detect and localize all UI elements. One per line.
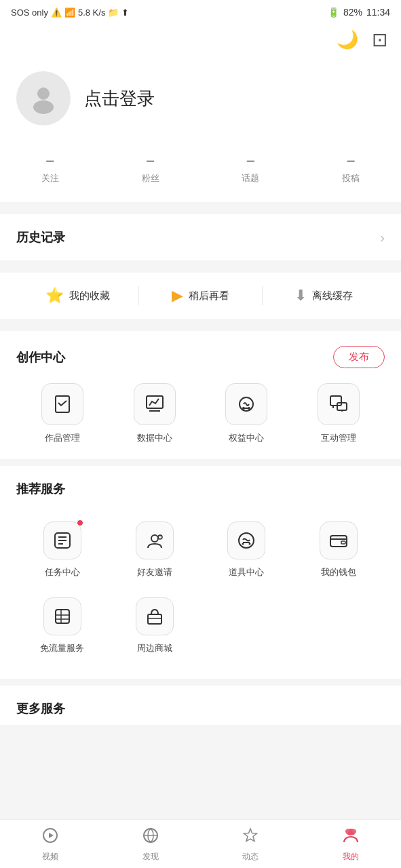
merch-icon-wrap — [136, 597, 174, 635]
invite-icon — [136, 521, 174, 559]
svg-point-1 — [33, 100, 54, 114]
works-icon — [41, 383, 83, 425]
benefits-icon — [225, 383, 267, 425]
stat-topic-value: – — [247, 153, 254, 168]
time-text: 11:34 — [366, 7, 390, 18]
battery-icon: 🔋 — [328, 7, 339, 18]
quick-links: ⭐ 我的收藏 ▶ 稍后再看 ⬇ 离线缓存 — [0, 273, 401, 324]
avatar[interactable] — [16, 71, 71, 125]
data-label: 数据中心 — [137, 432, 172, 444]
task-label: 任务中心 — [45, 566, 80, 578]
interact-icon — [318, 383, 360, 425]
creator-benefits[interactable]: 权益中心 — [225, 383, 267, 444]
stat-post[interactable]: – 投稿 — [342, 153, 360, 184]
publish-button[interactable]: 发布 — [333, 346, 385, 368]
status-right: 🔋 82% 11:34 — [328, 7, 390, 18]
status-left: SOS only ⚠️ 📶 5.8 K/s 📁 ⬆ — [11, 7, 129, 18]
svg-point-11 — [341, 410, 343, 412]
creator-title: 创作中心 — [16, 349, 65, 366]
speed-text: 5.8 K/s — [78, 7, 105, 18]
service-merch[interactable]: 周边商城 — [109, 588, 201, 664]
creator-header: 创作中心 发布 — [16, 346, 385, 368]
creator-works[interactable]: 作品管理 — [41, 383, 83, 444]
services-grid: 任务中心 好友邀请 — [16, 512, 385, 664]
props-icon-wrap — [227, 521, 265, 559]
stat-post-label: 投稿 — [342, 172, 360, 184]
service-props[interactable]: 道具中心 — [201, 512, 293, 588]
nav-mine[interactable]: 我的 — [301, 827, 401, 863]
merch-icon — [136, 597, 174, 635]
nav-activity-icon — [242, 827, 259, 848]
upload-icon: ⬆ — [121, 7, 129, 18]
nav-activity[interactable]: 动态 — [201, 827, 301, 863]
service-freeflow[interactable]: 免流量服务 — [16, 588, 109, 664]
warning-icon: ⚠️ — [51, 7, 62, 18]
history-chevron-icon: › — [380, 230, 385, 245]
task-badge — [77, 519, 83, 526]
freeflow-icon — [43, 597, 81, 635]
service-invite[interactable]: 好友邀请 — [109, 512, 201, 588]
favorites-label: 我的收藏 — [69, 290, 110, 302]
nav-discover-icon — [142, 827, 159, 848]
nav-video[interactable]: 视频 — [0, 827, 100, 863]
works-label: 作品管理 — [45, 432, 80, 444]
invite-label: 好友邀请 — [137, 566, 172, 578]
watchlater-label: 稍后再看 — [189, 290, 229, 302]
svg-rect-8 — [243, 408, 250, 409]
props-icon — [227, 521, 265, 559]
favorites-icon: ⭐ — [45, 287, 64, 304]
quick-link-watchlater[interactable]: ▶ 稍后再看 — [139, 287, 261, 304]
nav-mine-icon — [342, 827, 360, 848]
profile-section[interactable]: 点击登录 — [0, 58, 401, 146]
top-actions: 🌙 ⊡ — [0, 22, 401, 58]
services-section: 推荐服务 任务中心 — [0, 466, 401, 679]
creator-icon-grid: 作品管理 数据中心 权益中心 — [16, 383, 385, 444]
stat-fans[interactable]: – 粉丝 — [142, 153, 159, 184]
invite-icon-wrap — [136, 521, 174, 559]
props-label: 道具中心 — [229, 566, 264, 578]
stat-topic[interactable]: – 话题 — [242, 153, 259, 184]
stat-follow[interactable]: – 关注 — [41, 153, 59, 184]
history-section[interactable]: 历史记录 › — [0, 214, 401, 266]
avatar-svg — [26, 81, 60, 115]
nav-discover[interactable]: 发现 — [100, 827, 201, 863]
watchlater-icon: ▶ — [172, 287, 183, 304]
scan-icon[interactable]: ⊡ — [372, 28, 387, 51]
more-section: 更多服务 — [0, 686, 401, 725]
creator-data[interactable]: 数据中心 — [134, 383, 176, 444]
services-title: 推荐服务 — [16, 481, 65, 497]
merch-label: 周边商城 — [137, 642, 172, 654]
creator-section: 创作中心 发布 作品管理 数据中心 — [0, 331, 401, 459]
svg-rect-28 — [148, 614, 161, 624]
battery-text: 82% — [343, 7, 362, 18]
service-task[interactable]: 任务中心 — [16, 512, 109, 588]
nav-activity-label: 动态 — [242, 851, 259, 863]
more-section-title: 更多服务 — [16, 702, 65, 715]
svg-point-16 — [151, 535, 158, 542]
quick-link-offline[interactable]: ⬇ 离线缓存 — [263, 287, 385, 304]
task-icon — [43, 521, 81, 559]
nav-mine-label: 我的 — [343, 851, 359, 863]
benefits-label: 权益中心 — [229, 432, 264, 444]
data-icon — [134, 383, 176, 425]
login-text[interactable]: 点击登录 — [84, 87, 155, 111]
sim-icon: 📁 — [108, 7, 119, 18]
svg-point-21 — [249, 543, 251, 545]
creator-interact[interactable]: 互动管理 — [318, 383, 360, 444]
freeflow-icon-wrap — [43, 597, 81, 635]
services-header: 推荐服务 — [16, 481, 385, 497]
sos-text: SOS only — [11, 7, 48, 18]
freeflow-label: 免流量服务 — [40, 642, 84, 654]
nav-video-label: 视频 — [42, 851, 58, 863]
history-title: 历史记录 — [16, 229, 65, 245]
offline-label: 离线缓存 — [312, 290, 353, 302]
stat-fans-value: – — [147, 153, 154, 168]
svg-rect-3 — [147, 396, 163, 408]
svg-rect-24 — [56, 610, 69, 623]
quick-link-favorites[interactable]: ⭐ 我的收藏 — [16, 287, 138, 304]
svg-rect-9 — [330, 396, 341, 406]
dark-mode-icon[interactable]: 🌙 — [337, 29, 358, 50]
svg-point-20 — [242, 543, 244, 545]
service-wallet[interactable]: 我的钱包 — [292, 512, 385, 588]
offline-icon: ⬇ — [294, 287, 307, 304]
